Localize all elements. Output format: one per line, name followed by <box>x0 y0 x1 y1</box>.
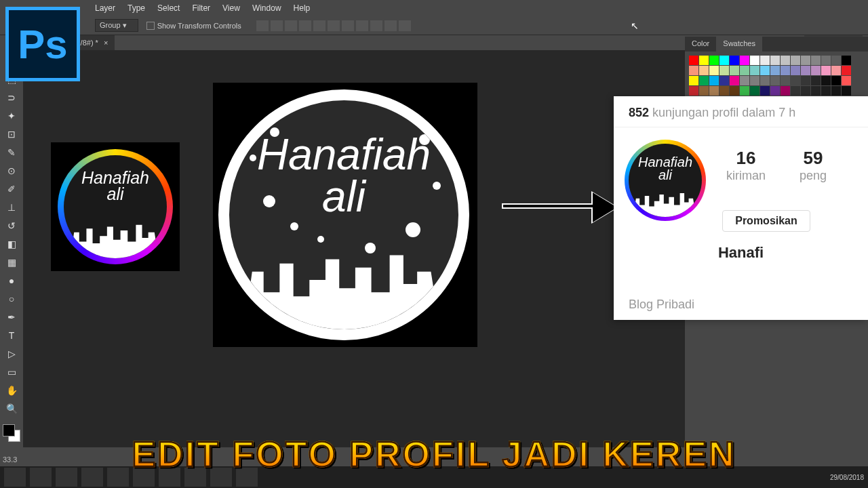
brush-tool-icon[interactable]: ✐ <box>3 181 20 197</box>
shape-tool-icon[interactable]: ▭ <box>3 364 20 380</box>
menu-help[interactable]: Help <box>294 3 311 13</box>
color-swatch[interactable] <box>831 66 841 75</box>
color-swatch[interactable] <box>760 76 770 85</box>
eyedropper-tool-icon[interactable]: ✎ <box>3 144 20 161</box>
show-transform-controls[interactable]: Show Transform Controls <box>146 22 241 30</box>
color-swatch[interactable] <box>760 66 770 75</box>
color-swatch[interactable] <box>770 66 780 75</box>
gradient-tool-icon[interactable]: ▦ <box>3 254 20 270</box>
menu-type[interactable]: Type <box>127 3 145 13</box>
color-swatch[interactable] <box>791 76 800 85</box>
color-swatch[interactable] <box>811 56 821 65</box>
zoom-tool-icon[interactable]: 🔍 <box>3 401 20 417</box>
crop-tool-icon[interactable]: ⊡ <box>3 126 20 142</box>
align-icon[interactable] <box>370 20 382 31</box>
stat-followers[interactable]: 59 peng <box>800 148 827 221</box>
color-swatch[interactable] <box>760 86 770 96</box>
color-swatch[interactable] <box>831 56 841 65</box>
color-swatch[interactable] <box>791 56 800 65</box>
color-swatch[interactable] <box>709 86 719 96</box>
taskbar-date[interactable]: 29/08/2018 <box>830 474 864 481</box>
path-select-icon[interactable]: ▷ <box>3 346 20 362</box>
color-swatch[interactable] <box>821 56 831 65</box>
stat-posts[interactable]: 16 kiriman <box>726 148 766 221</box>
align-icon[interactable] <box>285 20 297 31</box>
align-icon[interactable] <box>328 20 340 31</box>
color-swatch[interactable] <box>699 76 709 85</box>
color-swatch[interactable] <box>842 56 851 65</box>
color-swatch[interactable] <box>801 76 810 85</box>
color-swatch[interactable] <box>750 56 760 65</box>
color-swatch[interactable] <box>699 66 709 75</box>
lasso-tool-icon[interactable]: ⊃ <box>3 89 20 106</box>
align-icon[interactable] <box>271 20 283 31</box>
eraser-tool-icon[interactable]: ◧ <box>3 236 20 252</box>
align-icon[interactable] <box>313 20 326 31</box>
color-swatch[interactable] <box>842 86 851 96</box>
color-swatch[interactable] <box>801 56 810 65</box>
menu-filter[interactable]: Filter <box>192 3 210 13</box>
color-swatch[interactable] <box>740 56 749 65</box>
color-swatch[interactable] <box>811 76 821 85</box>
color-swatch[interactable] <box>740 76 749 85</box>
align-icon[interactable] <box>384 20 397 31</box>
color-swatch[interactable] <box>842 66 851 75</box>
color-swatch[interactable] <box>770 56 780 65</box>
color-swatch[interactable] <box>791 86 800 96</box>
color-swatch[interactable] <box>811 86 821 96</box>
menu-view[interactable]: View <box>222 3 240 13</box>
color-swatch[interactable] <box>730 56 739 65</box>
color-swatch[interactable] <box>730 86 739 96</box>
color-swatch[interactable] <box>801 66 810 75</box>
color-swatch[interactable] <box>689 76 698 85</box>
color-swatch[interactable] <box>791 66 800 75</box>
instagram-avatar[interactable]: Hanafiahali <box>625 140 706 221</box>
color-swatch[interactable] <box>689 66 698 75</box>
color-swatch[interactable] <box>699 86 709 96</box>
dodge-tool-icon[interactable]: ○ <box>3 291 20 307</box>
tab-color[interactable]: Color <box>685 37 716 52</box>
align-icon[interactable] <box>342 20 354 31</box>
color-swatch[interactable] <box>781 76 790 85</box>
align-icon[interactable] <box>299 20 311 31</box>
menu-layer[interactable]: Layer <box>95 3 115 13</box>
color-swatch[interactable] <box>781 66 790 75</box>
color-swatch[interactable] <box>719 86 729 96</box>
pen-tool-icon[interactable]: ✒ <box>3 309 20 325</box>
heal-tool-icon[interactable]: ⊙ <box>3 163 20 179</box>
stamp-tool-icon[interactable]: ⊥ <box>3 199 20 216</box>
color-swatch[interactable] <box>831 76 841 85</box>
history-brush-icon[interactable]: ↺ <box>3 218 20 234</box>
color-swatch[interactable] <box>821 76 831 85</box>
color-swatch[interactable] <box>709 76 719 85</box>
color-swatch[interactable] <box>719 66 729 75</box>
color-swatch[interactable] <box>709 56 719 65</box>
align-icon[interactable] <box>356 20 368 31</box>
hand-tool-icon[interactable]: ✋ <box>3 382 20 399</box>
color-swatch[interactable] <box>730 76 739 85</box>
color-swatch[interactable] <box>781 86 790 96</box>
color-swatch[interactable] <box>770 76 780 85</box>
color-swatch[interactable] <box>750 86 760 96</box>
color-swatch[interactable] <box>770 86 780 96</box>
color-swatch[interactable] <box>811 66 821 75</box>
color-swatch[interactable] <box>740 86 749 96</box>
color-swatch[interactable] <box>719 56 729 65</box>
color-swatch[interactable] <box>730 66 739 75</box>
color-swatch[interactable] <box>821 66 831 75</box>
align-icon[interactable] <box>399 20 411 31</box>
color-swatch[interactable] <box>781 56 790 65</box>
color-swatch[interactable] <box>750 66 760 75</box>
color-swatch[interactable] <box>821 86 831 96</box>
auto-select-dropdown[interactable]: Group ▾ <box>95 19 138 32</box>
color-swatch[interactable] <box>719 76 729 85</box>
color-swatch[interactable] <box>689 56 698 65</box>
color-swatch[interactable] <box>709 66 719 75</box>
color-swatch[interactable] <box>801 86 810 96</box>
color-swatch[interactable] <box>760 56 770 65</box>
color-swatch[interactable] <box>689 86 698 96</box>
wand-tool-icon[interactable]: ✦ <box>3 108 20 124</box>
menu-select[interactable]: Select <box>157 3 180 13</box>
align-icon[interactable] <box>256 20 269 31</box>
menu-window[interactable]: Window <box>252 3 281 13</box>
